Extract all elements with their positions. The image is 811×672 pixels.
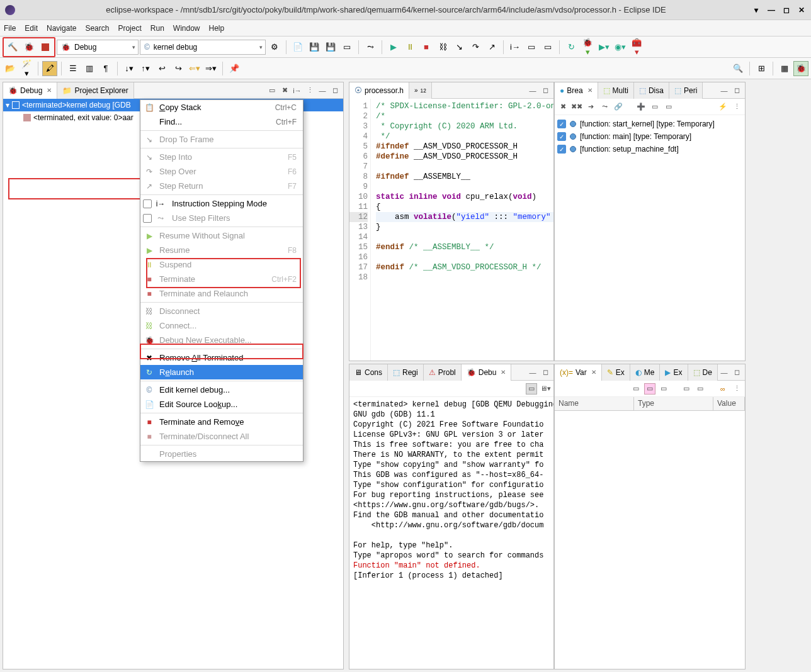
tb-icon[interactable]: ▭ — [524, 40, 539, 55]
remove-icon[interactable]: ✖ — [557, 101, 569, 113]
col-name[interactable]: Name — [555, 397, 634, 410]
menu-run[interactable]: Run — [150, 24, 164, 33]
cm-edit-kernel-debug[interactable]: ©Edit kernel debug... — [140, 383, 303, 397]
tab-debugger-console[interactable]: 🐞 Debu✕ — [462, 364, 512, 381]
col-value[interactable]: Value — [713, 397, 745, 410]
view-menu-dots-icon[interactable]: ⋮ — [731, 101, 742, 113]
build-button[interactable]: 🔨 — [5, 40, 20, 55]
view-menu-icon[interactable]: ▭ — [266, 85, 278, 96]
menu-edit[interactable]: Edit — [25, 24, 38, 33]
tab-multicore[interactable]: ⬚ Multi — [598, 82, 634, 99]
save-all-button[interactable]: 💾 — [323, 40, 338, 55]
tab-close-icon[interactable]: ✕ — [501, 369, 506, 376]
minimize-view-icon[interactable]: — — [527, 85, 538, 96]
maximize-view-icon[interactable]: ◻ — [731, 85, 742, 96]
search-icon[interactable]: 🔍 — [730, 61, 746, 76]
prev-annotation-button[interactable]: ↑▾ — [138, 61, 153, 76]
remove-terminated-icon[interactable]: ✖ — [279, 85, 290, 96]
code-editor[interactable]: 123456789101112131415161718 /* SPDX-Lice… — [349, 99, 553, 361]
cm-terminate-remove[interactable]: ■Terminate and Remove — [140, 415, 303, 429]
tab-executables[interactable]: ▶ Ex — [660, 364, 688, 381]
minimize-view-icon[interactable]: — — [718, 85, 730, 96]
tab-peripherals[interactable]: ⬚ Peri — [669, 82, 703, 99]
menu-window[interactable]: Window — [173, 24, 200, 33]
tab-expressions[interactable]: ✎ Ex — [602, 364, 630, 381]
tab-project-explorer[interactable]: 📁Project Explorer — [57, 82, 133, 99]
minimize-view-icon[interactable]: — — [317, 85, 328, 96]
resume-button[interactable]: ▶ — [386, 40, 401, 55]
tb-icon[interactable]: ▭ — [630, 383, 642, 395]
tb-icon[interactable]: ▭ — [695, 383, 706, 395]
tb-icon[interactable]: ▭ — [681, 383, 692, 395]
tb-icon[interactable]: ↩ — [154, 61, 169, 76]
pin-console-icon[interactable]: ▭ — [526, 383, 537, 395]
skip-bp-icon[interactable]: ⤳ — [599, 101, 610, 113]
highlight-button[interactable]: 🖍 — [42, 61, 57, 76]
maximize-icon[interactable]: ◻ — [782, 6, 791, 14]
cm-remove-all-terminated[interactable]: ✖Remove All Terminated — [140, 350, 303, 365]
tab-problems[interactable]: ⚠ Probl — [424, 364, 462, 381]
cm-find[interactable]: Find...Ctrl+F — [140, 115, 303, 129]
tab-variables[interactable]: (x)= Var✕ — [555, 364, 602, 381]
minimize-icon[interactable]: — — [767, 6, 776, 14]
display-selected-icon[interactable]: 🖥▾ — [540, 383, 551, 395]
cm-copy-stack[interactable]: 📋Copy StackCtrl+C — [140, 100, 303, 115]
perspective-debug-button[interactable]: 🐞 — [793, 61, 808, 76]
view-menu-dots-icon[interactable]: ⋮ — [304, 85, 315, 96]
perspective-cpp-button[interactable]: ▦ — [777, 61, 792, 76]
step-over-button[interactable]: ↷ — [468, 40, 483, 55]
launch-config-gear-icon[interactable]: ⚙ — [267, 40, 282, 55]
tab-debug-sources[interactable]: ⬚ De — [688, 364, 718, 381]
tb-icon[interactable]: ▭ — [649, 101, 661, 113]
breakpoint-item[interactable]: ✓ [function: setup_machine_fdt] — [557, 143, 742, 155]
cm-edit-source-lookup[interactable]: 📄Edit Source Lookup... — [140, 397, 303, 412]
tab-memory[interactable]: ◐ Me — [630, 364, 661, 381]
tab-registers[interactable]: ⬚ Regi — [388, 364, 424, 381]
minimize-view-icon[interactable]: — — [718, 367, 730, 378]
menu-file[interactable]: File — [4, 24, 16, 33]
menu-navigate[interactable]: Navigate — [47, 24, 76, 33]
skip-breakpoints-button[interactable]: ⤳ — [363, 40, 378, 55]
debug-bug-button[interactable]: 🐞 — [21, 40, 37, 55]
tab-console[interactable]: 🖥 Cons — [349, 364, 388, 381]
disconnect-button[interactable]: ⛓ — [435, 40, 450, 55]
run-dropdown-button[interactable]: ▶▾ — [596, 40, 611, 55]
new-button[interactable]: 📄 — [290, 40, 305, 55]
forward-button[interactable]: ⇒▾ — [203, 61, 218, 76]
menu-project[interactable]: Project — [118, 24, 141, 33]
launch-config-combo[interactable]: ©kernel debug▾ — [140, 40, 266, 55]
open-perspective-button[interactable]: ⊞ — [754, 61, 769, 76]
tb-icon[interactable]: ∞ — [717, 383, 729, 395]
next-annotation-button[interactable]: ↓▾ — [122, 61, 137, 76]
maximize-view-icon[interactable]: ◻ — [540, 85, 551, 96]
breakpoint-item[interactable]: ✓ [function: main] [type: Temporary] — [557, 130, 742, 143]
variables-body[interactable] — [555, 411, 745, 669]
tb-icon[interactable]: ▭ — [540, 40, 555, 55]
coverage-button[interactable]: ◉▾ — [613, 40, 628, 55]
editor-tab-overflow[interactable]: »12 — [409, 82, 432, 99]
tb-icon[interactable]: ▥ — [82, 61, 97, 76]
stop-button[interactable] — [38, 40, 53, 55]
editor-tab-processor[interactable]: ⦿processor.h — [349, 82, 409, 99]
filter-icon[interactable]: ⚡ — [717, 101, 729, 113]
add-icon[interactable]: ➕ — [635, 101, 647, 113]
maximize-view-icon[interactable]: ◻ — [731, 367, 742, 378]
tb-pilcrow-icon[interactable]: ¶ — [98, 61, 113, 76]
minimize-view-icon[interactable]: — — [527, 367, 538, 378]
back-button[interactable]: ⇐▾ — [187, 61, 202, 76]
tab-debug[interactable]: 🐞Debug✕ — [3, 82, 57, 99]
checkbox-icon[interactable]: ✓ — [557, 132, 566, 141]
close-icon[interactable]: ✕ — [797, 6, 806, 14]
link-icon[interactable]: 🔗 — [613, 101, 624, 113]
toggle-breakpoint-button[interactable]: ▭ — [339, 40, 354, 55]
save-button[interactable]: 💾 — [307, 40, 322, 55]
tb-restart-icon[interactable]: ↻ — [564, 40, 579, 55]
cm-instruction-stepping[interactable]: i→Instruction Stepping Mode — [140, 196, 303, 211]
code-content[interactable]: /* SPDX-License-Identifier: GPL-2.0-on /… — [371, 99, 553, 361]
tab-breakpoints[interactable]: ● Brea✕ — [555, 82, 598, 99]
step-into-button[interactable]: ↘ — [451, 40, 467, 55]
debug-dropdown-button[interactable]: 🐞▾ — [580, 40, 595, 55]
maximize-view-icon[interactable]: ◻ — [540, 367, 551, 378]
tb-icon[interactable]: ↪ — [171, 61, 186, 76]
col-type[interactable]: Type — [634, 397, 713, 410]
